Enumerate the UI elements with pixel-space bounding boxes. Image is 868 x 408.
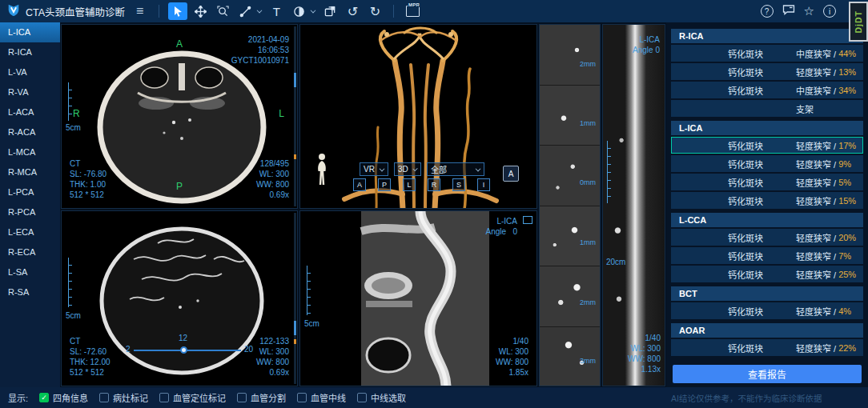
info-icon[interactable]: i bbox=[823, 5, 836, 18]
findings-group-l-cca: L-CCA 钙化斑块 轻度狭窄 / 20% 钙化斑块 轻度狭窄 / 7% 钙化斑… bbox=[671, 213, 863, 282]
checkbox-corner-info[interactable]: ✓ 四角信息 bbox=[39, 391, 88, 404]
sidebar-item-l-pca[interactable]: L-PCA bbox=[0, 182, 60, 202]
finding-row[interactable]: 支架 bbox=[671, 100, 863, 117]
finding-row[interactable]: 钙化斑块 轻度狭窄 / 13% bbox=[671, 63, 863, 80]
finding-row[interactable]: 钙化斑块 轻度狭窄 / 22% bbox=[671, 339, 863, 356]
window-level-dropdown-chevron-icon[interactable] bbox=[311, 7, 316, 13]
vessel-filter-dropdown[interactable]: 全部 bbox=[427, 162, 484, 176]
measure-tool-button[interactable] bbox=[235, 2, 255, 20]
group-header[interactable]: L-CCA bbox=[671, 213, 863, 227]
view-report-button[interactable]: 查看报告 bbox=[673, 365, 862, 383]
feedback-icon[interactable] bbox=[782, 4, 795, 18]
slice-scrollbar-handle[interactable] bbox=[294, 321, 296, 335]
favorite-star-icon[interactable]: ☆ bbox=[804, 4, 814, 18]
debug-toolbar-handle[interactable]: DjDT bbox=[849, 2, 868, 42]
thickness-slider-handle[interactable] bbox=[180, 346, 187, 354]
group-header[interactable]: AOAR bbox=[671, 323, 863, 338]
pointer-tool-button[interactable] bbox=[168, 2, 187, 20]
window-info-overlay: 128/495WL: 300 WW: 8000.69x bbox=[256, 158, 289, 200]
group-header[interactable]: L-ICA bbox=[671, 121, 863, 135]
finding-row[interactable]: 钙化斑块 轻度狭窄 / 7% bbox=[671, 247, 863, 264]
slice-scrollbar[interactable] bbox=[294, 213, 296, 384]
thickness-slider[interactable] bbox=[134, 350, 241, 351]
vessel-sidebar: L-ICA R-ICA L-VA R-VA L-ACA R-ACA L-MCA … bbox=[0, 22, 60, 387]
dimension-dropdown[interactable]: 3D bbox=[394, 162, 421, 176]
checkbox-icon bbox=[297, 393, 307, 402]
render-mode-dropdown[interactable]: VR bbox=[360, 162, 388, 176]
section-distance-label: 1mm bbox=[580, 238, 596, 246]
series-list-icon[interactable]: ≡ bbox=[136, 4, 143, 18]
slice-scrollbar-handle[interactable] bbox=[294, 73, 296, 87]
view-posterior-button[interactable]: P bbox=[378, 178, 391, 191]
zoom-tool-button[interactable] bbox=[213, 2, 232, 20]
scale-ruler bbox=[307, 266, 311, 315]
finding-row[interactable]: 钙化斑块 轻度狭窄 / 4% bbox=[671, 302, 863, 319]
view-left-button[interactable]: L bbox=[403, 178, 416, 191]
cross-section-strip[interactable]: 2mm 1mm 0mm 1mm 2mm 3mm bbox=[539, 24, 601, 386]
display-options-bar: 显示: ✓ 四角信息 病灶标记 血管定位标记 血管分割 血管中线 中线选取 AI… bbox=[0, 387, 868, 408]
finding-row-selected[interactable]: 钙化斑块 轻度狭窄 / 17% bbox=[671, 137, 863, 154]
sidebar-item-r-mca[interactable]: R-MCA bbox=[0, 162, 60, 182]
vr-3d-viewport[interactable]: VR 3D 全部 A P L R S I A bbox=[299, 24, 537, 209]
pan-tool-button[interactable] bbox=[191, 2, 210, 20]
sidebar-item-r-pca[interactable]: R-PCA bbox=[0, 202, 60, 222]
sidebar-item-l-mca[interactable]: L-MCA bbox=[0, 142, 60, 162]
sidebar-item-r-ica[interactable]: R-ICA bbox=[0, 42, 60, 62]
axial-mip-viewport[interactable]: 5cm CTSL: -72.60 THK: 12.00512 * 512 122… bbox=[61, 210, 298, 386]
sidebar-item-l-eca[interactable]: L-ECA bbox=[0, 222, 60, 242]
lesion-marker-tick bbox=[294, 154, 296, 159]
mpr-view-button[interactable]: MPR bbox=[403, 2, 422, 20]
help-icon[interactable]: ? bbox=[761, 5, 774, 18]
view-anterior-button[interactable]: A bbox=[353, 178, 366, 191]
finding-row[interactable]: 钙化斑块 轻度狭窄 / 5% bbox=[671, 174, 863, 190]
scale-ruler bbox=[607, 141, 611, 203]
window-level-button[interactable] bbox=[289, 2, 308, 20]
slice-scrollbar[interactable] bbox=[294, 26, 296, 206]
sidebar-item-r-va[interactable]: R-VA bbox=[0, 82, 60, 102]
checkbox-vessel-locator-marks[interactable]: 血管定位标记 bbox=[159, 391, 226, 404]
section-distance-label: 1mm bbox=[580, 119, 596, 127]
orientation-left-label: L bbox=[279, 109, 284, 119]
group-header[interactable]: R-ICA bbox=[671, 29, 863, 43]
finding-row[interactable]: 钙化斑块 轻度狭窄 / 15% bbox=[671, 192, 863, 209]
reset-rotate-button[interactable]: ↻ bbox=[365, 2, 384, 20]
group-header[interactable]: BCT bbox=[671, 286, 863, 301]
sidebar-item-r-eca[interactable]: R-ECA bbox=[0, 242, 60, 262]
cross-section-cell[interactable] bbox=[540, 146, 600, 206]
sidebar-item-r-aca[interactable]: R-ACA bbox=[0, 122, 60, 142]
orientation-anterior-label: A bbox=[176, 39, 183, 50]
sidebar-item-l-ica[interactable]: L-ICA bbox=[0, 22, 60, 42]
checkbox-vessel-centerline[interactable]: 血管中线 bbox=[297, 391, 346, 404]
checkbox-centerline-pick[interactable]: 中线选取 bbox=[357, 391, 406, 404]
maximize-view-icon[interactable] bbox=[523, 216, 532, 224]
checkbox-lesion-marks[interactable]: 病灶标记 bbox=[99, 391, 148, 404]
chevron-down-icon bbox=[380, 166, 385, 171]
view-superior-button[interactable]: S bbox=[452, 178, 465, 191]
view-right-button[interactable]: R bbox=[428, 178, 440, 191]
finding-row[interactable]: 钙化斑块 中度狭窄 / 44% bbox=[671, 45, 863, 62]
sidebar-item-l-sa[interactable]: L-SA bbox=[0, 262, 60, 282]
cross-section-cell[interactable] bbox=[540, 206, 600, 267]
cross-section-cell[interactable] bbox=[540, 25, 600, 86]
rotate-left-button[interactable]: ↺ bbox=[343, 2, 362, 20]
study-info-overlay: 2021-04-0916:06:53GYCT10010971 bbox=[231, 34, 289, 66]
axial-ct-viewport[interactable]: A R L P 2021-04-0916:06:53GYCT10010971 5… bbox=[61, 24, 298, 209]
sidebar-item-l-va[interactable]: L-VA bbox=[0, 62, 60, 82]
sidebar-item-l-aca[interactable]: L-ACA bbox=[0, 102, 60, 122]
curved-mpr-viewport[interactable]: L-ICA Angle 0 5cm 1/40WL: 300 WW: 8001.8… bbox=[299, 210, 537, 386]
finding-row[interactable]: 钙化斑块 中度狭窄 / 34% bbox=[671, 82, 863, 98]
scale-ruler bbox=[68, 82, 72, 121]
sidebar-item-r-sa[interactable]: R-SA bbox=[0, 282, 60, 302]
measure-dropdown-chevron-icon[interactable] bbox=[257, 7, 263, 13]
finding-row[interactable]: 钙化斑块 轻度狭窄 / 25% bbox=[671, 266, 863, 282]
straightened-vessel-strip[interactable]: L-ICA Angle 0 20cm 1/40WL: 300 WW: 8001.… bbox=[602, 24, 665, 386]
cross-section-cell[interactable] bbox=[540, 86, 600, 146]
layout-button[interactable] bbox=[320, 2, 340, 20]
finding-row[interactable]: 钙化斑块 轻度狭窄 / 20% bbox=[671, 229, 863, 246]
current-orientation-button[interactable]: A bbox=[503, 166, 519, 182]
text-annotation-button[interactable]: T bbox=[267, 2, 286, 20]
finding-row[interactable]: 钙化斑块 轻度狭窄 / 9% bbox=[671, 155, 863, 172]
checkbox-vessel-segmentation[interactable]: 血管分割 bbox=[237, 391, 286, 404]
cross-section-cell[interactable] bbox=[540, 266, 600, 327]
view-inferior-button[interactable]: I bbox=[477, 178, 490, 191]
